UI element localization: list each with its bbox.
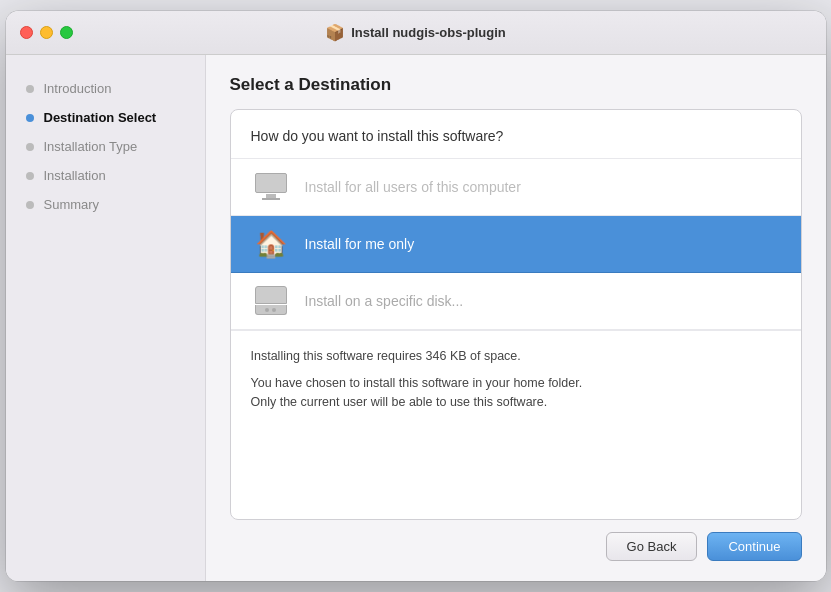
panel-question: How do you want to install this software… [231,110,801,159]
monitor-shape [255,173,287,193]
titlebar: 📦 Install nudgis-obs-plugin [6,11,826,55]
sidebar-item-summary[interactable]: Summary [6,191,205,218]
sidebar-dot-introduction [26,85,34,93]
traffic-lights [20,26,73,39]
option-label-specific-disk: Install on a specific disk... [305,293,464,309]
info-line2-3: You have chosen to install this software… [251,374,781,412]
disk-dot-2 [272,308,276,312]
sidebar-dot-installation [26,172,34,180]
window-body: Introduction Destination Select Installa… [6,55,826,581]
option-all-users[interactable]: Install for all users of this computer [231,159,801,216]
home-icon: 🏠 [255,229,287,260]
sidebar-label-installation-type: Installation Type [44,139,138,154]
sidebar-item-introduction[interactable]: Introduction [6,75,205,102]
option-icon-specific-disk [251,285,291,317]
titlebar-title: 📦 Install nudgis-obs-plugin [325,23,506,42]
sidebar-item-installation[interactable]: Installation [6,162,205,189]
install-options: Install for all users of this computer 🏠… [231,159,801,330]
main-content: Select a Destination How do you want to … [206,55,826,581]
disk-icon [253,286,289,316]
titlebar-text: Install nudgis-obs-plugin [351,25,506,40]
disk-dot-1 [265,308,269,312]
computer-icon [253,173,289,201]
base-shape [262,198,280,200]
option-label-me-only: Install for me only [305,236,415,252]
minimize-button[interactable] [40,26,53,39]
option-icon-me-only: 🏠 [251,228,291,260]
sidebar-dot-installation-type [26,143,34,151]
sidebar-item-installation-type[interactable]: Installation Type [6,133,205,160]
option-me-only[interactable]: 🏠 Install for me only [231,216,801,273]
footer: Go Back Continue [230,520,802,565]
info-section: Installing this software requires 346 KB… [231,330,801,519]
go-back-button[interactable]: Go Back [606,532,698,561]
sidebar: Introduction Destination Select Installa… [6,55,206,581]
info-line3: Only the current user will be able to us… [251,395,548,409]
sidebar-label-installation: Installation [44,168,106,183]
info-line2: You have chosen to install this software… [251,376,583,390]
disk-bottom [255,305,287,315]
close-button[interactable] [20,26,33,39]
continue-button[interactable]: Continue [707,532,801,561]
disk-top [255,286,287,304]
sidebar-label-introduction: Introduction [44,81,112,96]
sidebar-label-summary: Summary [44,197,100,212]
content-panel: How do you want to install this software… [230,109,802,520]
sidebar-dot-destination-select [26,114,34,122]
sidebar-dot-summary [26,201,34,209]
installer-window: 📦 Install nudgis-obs-plugin Introduction… [6,11,826,581]
titlebar-icon: 📦 [325,23,345,42]
option-label-all-users: Install for all users of this computer [305,179,521,195]
info-line1: Installing this software requires 346 KB… [251,347,781,366]
section-title: Select a Destination [230,75,802,95]
option-specific-disk[interactable]: Install on a specific disk... [231,273,801,330]
option-icon-all-users [251,171,291,203]
sidebar-label-destination-select: Destination Select [44,110,157,125]
maximize-button[interactable] [60,26,73,39]
sidebar-item-destination-select[interactable]: Destination Select [6,104,205,131]
